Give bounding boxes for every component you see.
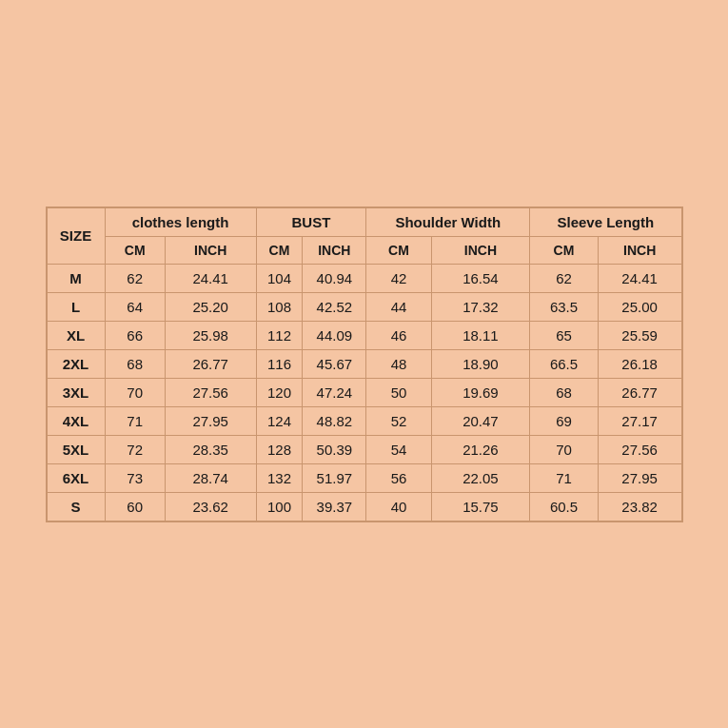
bust-cm-cell: 128 (256, 435, 303, 463)
sl-cm-cell: 65 (530, 321, 599, 349)
sl-cm-cell: 63.5 (530, 292, 599, 321)
sw-cm-cell: 50 (366, 378, 431, 406)
sw-in-cell: 18.90 (431, 349, 529, 378)
sl-cm-header: CM (530, 236, 599, 264)
sw-cm-cell: 44 (366, 292, 431, 321)
sl-cm-cell: 68 (530, 378, 599, 406)
sl-cm-cell: 69 (530, 406, 599, 435)
size-cell: XL (47, 321, 106, 349)
size-cell: 2XL (47, 349, 106, 378)
sl-cm-cell: 62 (530, 264, 599, 292)
table-row: 3XL7027.5612047.245019.696826.77 (47, 378, 682, 406)
size-cell: M (47, 264, 106, 292)
sw-in-cell: 15.75 (431, 492, 529, 521)
cl-in-cell: 24.41 (165, 264, 256, 292)
sl-in-cell: 25.00 (598, 292, 681, 321)
sw-cm-cell: 42 (366, 264, 431, 292)
bust-in-cell: 51.97 (303, 463, 366, 492)
sl-in-cell: 25.59 (598, 321, 681, 349)
bust-in-cell: 47.24 (303, 378, 366, 406)
table-row: 5XL7228.3512850.395421.267027.56 (47, 435, 682, 463)
sl-cm-cell: 60.5 (530, 492, 599, 521)
sw-cm-header: CM (366, 236, 431, 264)
sl-cm-cell: 70 (530, 435, 599, 463)
cl-in-cell: 23.62 (165, 492, 256, 521)
sw-cm-cell: 48 (366, 349, 431, 378)
size-cell: L (47, 292, 106, 321)
cl-cm-cell: 72 (105, 435, 165, 463)
sl-in-cell: 27.56 (598, 435, 681, 463)
bust-cm-cell: 112 (256, 321, 303, 349)
cl-cm-cell: 68 (105, 349, 165, 378)
sw-cm-cell: 54 (366, 435, 431, 463)
sl-inch-header: INCH (598, 236, 681, 264)
size-cell: 5XL (47, 435, 106, 463)
bust-cm-cell: 116 (256, 349, 303, 378)
sw-in-cell: 16.54 (431, 264, 529, 292)
cl-inch-header: INCH (165, 236, 256, 264)
bust-in-cell: 45.67 (303, 349, 366, 378)
cl-cm-cell: 60 (105, 492, 165, 521)
sl-in-cell: 27.95 (598, 463, 681, 492)
table-row: M6224.4110440.944216.546224.41 (47, 264, 682, 292)
cl-cm-cell: 70 (105, 378, 165, 406)
bust-cm-header: CM (256, 236, 303, 264)
cl-cm-cell: 62 (105, 264, 165, 292)
sw-in-cell: 19.69 (431, 378, 529, 406)
sw-cm-cell: 40 (366, 492, 431, 521)
size-cell: 4XL (47, 406, 106, 435)
table-row: 6XL7328.7413251.975622.057127.95 (47, 463, 682, 492)
bust-in-cell: 50.39 (303, 435, 366, 463)
shoulder-width-header: Shoulder Width (366, 207, 530, 237)
sl-in-cell: 23.82 (598, 492, 681, 521)
cl-in-cell: 27.56 (165, 378, 256, 406)
clothes-length-header: clothes length (105, 207, 256, 237)
table-row: S6023.6210039.374015.7560.523.82 (47, 492, 682, 521)
cl-in-cell: 28.35 (165, 435, 256, 463)
size-column-header: SIZE (47, 207, 106, 265)
table-row: XL6625.9811244.094618.116525.59 (47, 321, 682, 349)
cl-in-cell: 27.95 (165, 406, 256, 435)
cl-cm-cell: 71 (105, 406, 165, 435)
cl-in-cell: 25.20 (165, 292, 256, 321)
cl-cm-header: CM (105, 236, 165, 264)
bust-in-cell: 42.52 (303, 292, 366, 321)
table-row: 2XL6826.7711645.674818.9066.526.18 (47, 349, 682, 378)
sw-in-cell: 20.47 (431, 406, 529, 435)
bust-cm-cell: 100 (256, 492, 303, 521)
bust-in-cell: 40.94 (303, 264, 366, 292)
sl-cm-cell: 66.5 (530, 349, 599, 378)
sw-inch-header: INCH (431, 236, 529, 264)
sl-in-cell: 27.17 (598, 406, 681, 435)
cl-in-cell: 26.77 (165, 349, 256, 378)
size-cell: 6XL (47, 463, 106, 492)
bust-cm-cell: 132 (256, 463, 303, 492)
sw-in-cell: 17.32 (431, 292, 529, 321)
bust-cm-cell: 124 (256, 406, 303, 435)
size-chart-table: SIZE clothes length BUST Shoulder Width … (46, 207, 683, 522)
cl-cm-cell: 66 (105, 321, 165, 349)
sl-in-cell: 24.41 (598, 264, 681, 292)
bust-header: BUST (256, 207, 366, 237)
cl-cm-cell: 64 (105, 292, 165, 321)
size-cell: 3XL (47, 378, 106, 406)
bust-cm-cell: 108 (256, 292, 303, 321)
sw-cm-cell: 52 (366, 406, 431, 435)
bust-inch-header: INCH (303, 236, 366, 264)
table-row: 4XL7127.9512448.825220.476927.17 (47, 406, 682, 435)
table-row: L6425.2010842.524417.3263.525.00 (47, 292, 682, 321)
bust-in-cell: 44.09 (303, 321, 366, 349)
bust-in-cell: 39.37 (303, 492, 366, 521)
cl-in-cell: 28.74 (165, 463, 256, 492)
sw-cm-cell: 56 (366, 463, 431, 492)
size-chart-container: SIZE clothes length BUST Shoulder Width … (22, 178, 707, 551)
size-cell: S (47, 492, 106, 521)
cl-cm-cell: 73 (105, 463, 165, 492)
sleeve-length-header: Sleeve Length (530, 207, 682, 237)
sw-cm-cell: 46 (366, 321, 431, 349)
sl-in-cell: 26.18 (598, 349, 681, 378)
bust-cm-cell: 104 (256, 264, 303, 292)
sw-in-cell: 18.11 (431, 321, 529, 349)
cl-in-cell: 25.98 (165, 321, 256, 349)
sl-cm-cell: 71 (530, 463, 599, 492)
